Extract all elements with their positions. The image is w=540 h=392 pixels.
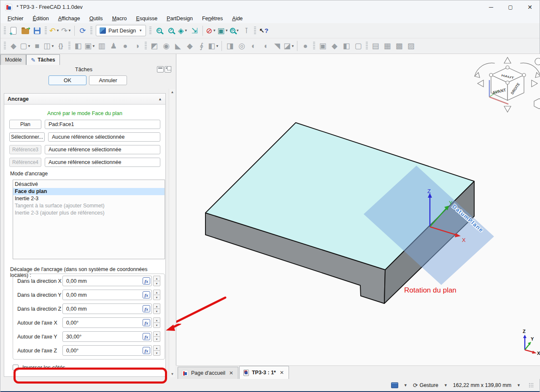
menu-fenetres[interactable]: Fenêtres xyxy=(197,15,227,22)
toolbar-handle[interactable] xyxy=(4,27,6,35)
pocket-icon[interactable]: ◨ xyxy=(224,40,236,52)
additive-pipe-icon[interactable]: ◆ xyxy=(184,40,196,52)
clipping-plane-icon[interactable]: ⊘▼ xyxy=(205,25,217,37)
anchor-mode-list[interactable]: DésactivéFace du planInertie 2-3Tangent … xyxy=(13,180,165,259)
undock-panel-button[interactable] xyxy=(157,66,164,72)
toolbar-handle[interactable] xyxy=(45,27,47,35)
toolbar-handle[interactable] xyxy=(366,42,368,50)
anchor-mode-option[interactable]: Tangent à la surface (ajouter Sommet) xyxy=(13,202,165,209)
open-document-icon[interactable] xyxy=(19,25,31,37)
navigation-style-icon[interactable] xyxy=(391,382,398,388)
dropdown-caret-icon[interactable]: ▼ xyxy=(51,44,54,48)
thickness-icon[interactable]: ▢ xyxy=(352,40,364,52)
spinner-buttons[interactable]: ▲▼ xyxy=(153,276,160,286)
toolbar-handle[interactable] xyxy=(145,42,147,50)
spin-down-icon[interactable]: ▼ xyxy=(153,281,160,286)
groove-icon[interactable]: ◐ xyxy=(248,40,259,52)
toolbar-handle[interactable] xyxy=(4,42,6,50)
create-sketch-icon[interactable]: ▢▼ xyxy=(19,40,31,52)
map-sketch-icon[interactable]: ▣▼ xyxy=(84,40,96,52)
additive-loft-icon[interactable]: ◣ xyxy=(172,40,184,52)
new-document-icon[interactable] xyxy=(8,25,19,37)
spin-up-icon[interactable]: ▲ xyxy=(153,331,160,336)
subtractive-primitive-icon[interactable]: ◪▼ xyxy=(283,40,295,52)
chamfer-icon[interactable]: ◆ xyxy=(329,40,340,52)
multitransform-icon[interactable]: ▨ xyxy=(405,40,417,52)
spinner-buttons[interactable]: ▲▼ xyxy=(153,317,160,328)
additive-primitive-icon[interactable]: ◧▼ xyxy=(208,40,219,52)
anchor-mode-option[interactable]: Inertie 2-3 xyxy=(13,195,165,202)
dropdown-caret-icon[interactable]: ▼ xyxy=(236,29,239,32)
hole-icon[interactable]: ◎ xyxy=(236,40,248,52)
navcube-left-triangle[interactable] xyxy=(478,80,483,87)
menu-aide[interactable]: Aide xyxy=(227,15,247,22)
shape-binder-icon[interactable]: ◫▼ xyxy=(43,40,55,52)
fillet-icon[interactable]: ▣ xyxy=(317,40,329,52)
box-selection-icon[interactable]: ▣▼ xyxy=(217,25,229,37)
undo-icon[interactable]: ↶▼ xyxy=(49,25,60,37)
navcube-mini-cube[interactable] xyxy=(534,99,540,109)
spin-down-icon[interactable]: ▼ xyxy=(153,309,160,314)
offset-value-field[interactable]: 0,00°fx xyxy=(62,317,152,328)
shapebinder-icon[interactable]: ♟ xyxy=(108,40,119,52)
polar-pattern-icon[interactable]: ▩ xyxy=(393,40,405,52)
menu-edition[interactable]: Édition xyxy=(28,15,54,22)
reference-value-1[interactable]: Pad:Face1 xyxy=(45,120,160,129)
fit-all-icon[interactable]: ✛ xyxy=(153,25,165,37)
reference-button-1[interactable]: Plan xyxy=(9,120,41,129)
offset-value-field[interactable]: 0,00 mmfx xyxy=(62,290,152,300)
float-panel-button[interactable] xyxy=(165,66,171,72)
offset-value-field[interactable]: 0,00 mmfx xyxy=(62,303,152,314)
dropdown-caret-icon[interactable]: ▼ xyxy=(213,29,216,32)
navcube-down-triangle[interactable] xyxy=(504,106,511,112)
dropdown-caret-icon[interactable]: ▼ xyxy=(92,44,95,48)
expression-fx-icon[interactable]: fx xyxy=(143,277,150,285)
redo-icon[interactable]: ↷▼ xyxy=(60,25,72,37)
subtractive-loft-icon[interactable]: ◥ xyxy=(271,40,283,52)
reference-value-3[interactable]: Aucune référence sélectionnée xyxy=(45,145,160,154)
menu-fichier[interactable]: Fichier xyxy=(3,15,28,22)
panel-tab-modele[interactable]: Modèle xyxy=(0,54,26,65)
expression-fx-icon[interactable]: fx xyxy=(143,333,150,340)
dropdown-caret-icon[interactable]: ▼ xyxy=(56,29,59,32)
linear-pattern-icon[interactable]: ▦ xyxy=(381,40,393,52)
close-button[interactable]: ✕ xyxy=(520,0,540,14)
menu-esquisse[interactable]: Esquisse xyxy=(131,15,162,22)
save-document-icon[interactable] xyxy=(31,25,43,37)
create-group-icon[interactable]: ■ xyxy=(31,40,43,52)
ok-button[interactable]: OK xyxy=(49,75,86,85)
3d-viewport[interactable]: Z Y X DatumPlane xyxy=(176,54,540,365)
additive-helix-icon[interactable]: ∮ xyxy=(196,40,208,52)
toolbar-handle[interactable] xyxy=(149,27,151,35)
scroll-up-icon[interactable]: ▲ xyxy=(169,89,176,95)
subshapebinder-icon[interactable]: ● xyxy=(119,40,131,52)
refresh-icon[interactable]: ⟳ xyxy=(77,25,89,37)
subtractive-pipe-icon[interactable]: ◖ xyxy=(259,40,271,52)
menu-macro[interactable]: Macro xyxy=(108,15,132,22)
revolution-icon[interactable]: ◉ xyxy=(160,40,172,52)
whats-this-icon[interactable] xyxy=(258,25,270,37)
offset-value-field[interactable]: 30,00°fx xyxy=(62,331,152,342)
navcube-up-triangle[interactable] xyxy=(504,57,511,63)
toolbar-handle[interactable] xyxy=(254,27,256,35)
spin-up-icon[interactable]: ▲ xyxy=(153,276,160,281)
validate-sketch-icon[interactable]: ▥ xyxy=(96,40,108,52)
document-tab-active[interactable]: TP3-3 : 1*✕ xyxy=(239,366,289,379)
create-body-icon[interactable]: ◆ xyxy=(8,40,19,52)
dropdown-caret-icon[interactable]: ▼ xyxy=(184,29,188,32)
expression-fx-icon[interactable]: fx xyxy=(143,347,150,354)
resize-grip[interactable] xyxy=(529,383,534,388)
spinner-buttons[interactable]: ▲▼ xyxy=(153,290,160,300)
expression-icon[interactable]: {} xyxy=(55,40,67,52)
anchor-mode-option[interactable]: Désactivé xyxy=(13,181,165,188)
offset-value-field[interactable]: 0,00 mmfx xyxy=(62,276,152,286)
dropdown-caret-icon[interactable]: ▼ xyxy=(291,44,294,48)
boolean-icon[interactable]: ● xyxy=(300,40,311,52)
toolbar-handle[interactable] xyxy=(90,27,92,35)
spin-down-icon[interactable]: ▼ xyxy=(153,295,160,300)
draw-style-icon[interactable]: ⟳▼ xyxy=(229,25,240,37)
reference-value-2[interactable]: Aucune référence sélectionnée xyxy=(48,132,160,142)
expression-fx-icon[interactable]: fx xyxy=(143,319,150,326)
spinner-buttons[interactable]: ▲▼ xyxy=(153,331,160,342)
spinner-buttons[interactable]: ▲▼ xyxy=(153,303,160,314)
